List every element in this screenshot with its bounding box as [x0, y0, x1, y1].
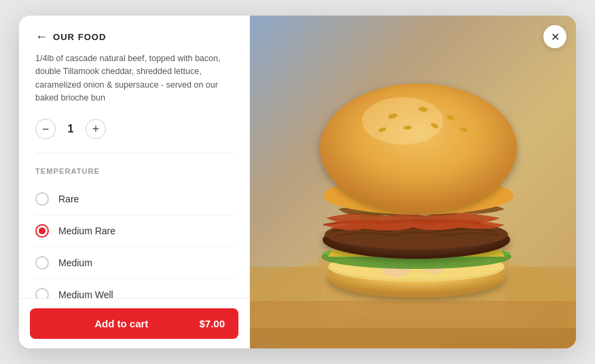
- temperature-label-medium-rare: Medium Rare: [58, 225, 115, 236]
- temperature-label-rare: Rare: [58, 194, 79, 204]
- close-button[interactable]: ✕: [543, 25, 566, 48]
- item-price: $7.00: [199, 318, 225, 329]
- item-description: 1/4lb of cascade natural beef, topped wi…: [35, 52, 233, 105]
- temperature-label-medium: Medium: [58, 257, 92, 268]
- quantity-decrease-button[interactable]: −: [35, 119, 56, 139]
- temperature-option-medium-rare[interactable]: Medium Rare: [35, 215, 233, 247]
- left-panel: ← OUR FOOD 1/4lb of cascade natural beef…: [19, 16, 250, 348]
- add-to-cart-bar: Add to cart $7.00: [19, 298, 249, 348]
- close-icon: ✕: [551, 31, 560, 43]
- burger-image: [250, 16, 576, 348]
- quantity-increase-button[interactable]: +: [86, 119, 106, 139]
- radio-circle-medium-rare: [35, 224, 49, 238]
- back-arrow-icon: ←: [35, 31, 48, 43]
- radio-circle-rare: [35, 192, 49, 206]
- radio-circle-medium-well: [35, 288, 49, 299]
- svg-point-15: [362, 97, 444, 145]
- panel-scroll: ← OUR FOOD 1/4lb of cascade natural beef…: [19, 16, 249, 298]
- back-nav[interactable]: ← OUR FOOD: [35, 31, 233, 43]
- back-label: OUR FOOD: [53, 32, 106, 42]
- temperature-label-medium-well: Medium Well: [58, 289, 113, 299]
- svg-rect-25: [250, 328, 576, 348]
- modal: ← OUR FOOD 1/4lb of cascade natural beef…: [19, 16, 576, 348]
- quantity-row: − 1 +: [35, 119, 233, 153]
- add-to-cart-button[interactable]: Add to cart $7.00: [30, 308, 238, 339]
- temperature-radio-list: Rare Medium Rare Medium Medium Well: [35, 183, 233, 299]
- quantity-value: 1: [65, 123, 76, 135]
- add-to-cart-label: Add to cart: [43, 318, 199, 329]
- right-panel: ✕: [250, 16, 576, 348]
- temperature-option-medium[interactable]: Medium: [35, 247, 233, 279]
- radio-circle-medium: [35, 256, 49, 270]
- temperature-option-medium-well[interactable]: Medium Well: [35, 279, 233, 299]
- temperature-section-label: TEMPERATURE: [35, 167, 233, 175]
- temperature-option-rare[interactable]: Rare: [35, 183, 233, 215]
